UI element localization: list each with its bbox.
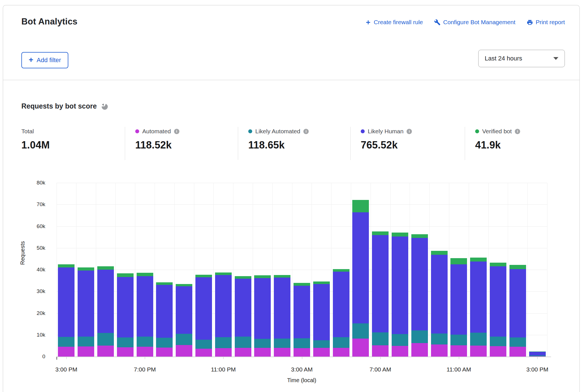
- bar-segment-likely-automated: [97, 333, 114, 346]
- bar-segment-likely-human: [529, 352, 546, 355]
- stat-label-row: Automatedi: [135, 128, 238, 135]
- stacked-bar[interactable]: [117, 273, 134, 357]
- bar-segment-likely-automated: [313, 340, 330, 348]
- bar-segment-verified-bot: [137, 273, 153, 276]
- bar-segment-automated: [235, 348, 251, 357]
- stacked-bar[interactable]: [195, 275, 212, 357]
- bar-segment-verified-bot: [294, 283, 310, 285]
- stats-row: Total1.04MAutomatedi118.52kLikely Automa…: [21, 127, 568, 160]
- info-icon[interactable]: i: [407, 129, 412, 134]
- info-icon[interactable]: i: [174, 129, 179, 134]
- stacked-bar[interactable]: [274, 275, 290, 357]
- bar-segment-likely-automated: [58, 337, 75, 347]
- bar-segment-automated: [97, 346, 114, 357]
- bar-segment-verified-bot: [372, 231, 389, 235]
- stacked-bar[interactable]: [215, 272, 232, 357]
- section-title: Requests by bot score: [21, 102, 108, 110]
- y-tick-label: 40k: [26, 267, 45, 273]
- info-icon[interactable]: i: [515, 129, 520, 134]
- stacked-bar[interactable]: [411, 234, 428, 357]
- stacked-bar[interactable]: [97, 266, 114, 357]
- plus-icon: [365, 19, 371, 25]
- stacked-bar[interactable]: [58, 264, 75, 357]
- stacked-bar[interactable]: [156, 282, 173, 357]
- bar-segment-automated: [352, 339, 369, 357]
- bar-segment-likely-human: [156, 285, 173, 338]
- bar-segment-likely-human: [78, 271, 94, 337]
- stat-label: Total: [21, 128, 34, 135]
- legend-dot-icon: [135, 129, 139, 133]
- bar-segment-automated: [215, 348, 232, 357]
- stat-label: Likely Automated: [255, 128, 300, 135]
- action-link-create-firewall-rule[interactable]: Create firewall rule: [365, 19, 423, 26]
- bar-segment-automated: [58, 347, 75, 357]
- stacked-bar[interactable]: [509, 265, 526, 357]
- x-tick-mark: [145, 357, 145, 359]
- bar-segment-likely-automated: [254, 339, 271, 348]
- action-link-print-report[interactable]: Print report: [527, 19, 565, 26]
- stat-label: Automated: [142, 128, 171, 135]
- stacked-bar[interactable]: [333, 269, 349, 357]
- stacked-bar[interactable]: [294, 283, 310, 357]
- bar-segment-verified-bot: [470, 258, 487, 262]
- bar-segment-automated: [78, 346, 94, 357]
- x-axis-zero-tick: [57, 357, 57, 360]
- info-icon[interactable]: i: [303, 129, 309, 134]
- stat-value: 118.52k: [135, 139, 238, 151]
- stacked-bar[interactable]: [470, 258, 487, 357]
- bar-segment-likely-human: [333, 272, 349, 337]
- stacked-bar[interactable]: [313, 281, 330, 357]
- stacked-bar[interactable]: [78, 267, 94, 357]
- bar-segment-likely-human: [97, 270, 114, 333]
- stacked-bar[interactable]: [176, 284, 192, 357]
- x-tick-label: 3:00 AM: [291, 366, 313, 373]
- bar-segment-likely-automated: [215, 337, 232, 348]
- x-tick-label: 3:00 PM: [55, 366, 77, 373]
- add-filter-button[interactable]: + Add filter: [21, 52, 68, 68]
- bar-segment-verified-bot: [313, 281, 330, 284]
- bar-segment-likely-human: [313, 284, 330, 340]
- stat-label-row: Verified boti: [475, 128, 520, 135]
- stacked-bar[interactable]: [490, 263, 506, 357]
- bar-segment-likely-automated: [137, 337, 153, 347]
- bar-segment-likely-human: [470, 262, 487, 333]
- bar-segment-likely-automated: [352, 323, 369, 339]
- bar-slot-4-00-am: [312, 183, 331, 357]
- stacked-bar[interactable]: [529, 352, 546, 357]
- bar-segment-likely-human: [176, 286, 192, 334]
- action-link-configure-bot-management[interactable]: Configure Bot Management: [434, 19, 515, 26]
- bar-segment-likely-human: [274, 278, 290, 339]
- page-title: Bot Analytics: [21, 17, 78, 27]
- stacked-bar[interactable]: [392, 233, 408, 357]
- bar-slot-5-00-pm: [96, 183, 116, 357]
- x-tick-mark: [302, 357, 302, 359]
- x-tick-mark: [380, 357, 381, 359]
- bar-segment-likely-human: [215, 275, 232, 337]
- stacked-bar[interactable]: [137, 273, 153, 357]
- stacked-bar[interactable]: [431, 251, 448, 357]
- bar-segment-automated: [411, 343, 428, 357]
- stacked-bar[interactable]: [254, 275, 271, 357]
- stacked-bar[interactable]: [235, 276, 251, 357]
- stat-label: Verified bot: [482, 128, 512, 135]
- bar-slot-3-00-pm: [527, 183, 547, 357]
- bar-segment-verified-bot: [235, 276, 251, 279]
- bar-segment-verified-bot: [411, 234, 428, 238]
- bar-segment-likely-human: [117, 277, 134, 338]
- bar-segment-likely-automated: [117, 337, 134, 347]
- stacked-bar[interactable]: [352, 200, 369, 357]
- bar-segment-likely-automated: [294, 338, 310, 348]
- y-tick-label: 80k: [26, 180, 45, 186]
- x-axis-line: [57, 357, 551, 357]
- header-divider: [3, 80, 579, 80]
- bar-slot-12-00-pm: [469, 183, 488, 357]
- time-range-select[interactable]: Last 24 hours: [478, 50, 565, 67]
- bar-slot-9-00-am: [410, 183, 429, 357]
- stat-label-row: Likely Humani: [361, 128, 465, 135]
- stat-total: Total1.04M: [21, 127, 125, 151]
- bot-analytics-card: Bot Analytics Create firewall ruleConfig…: [3, 5, 580, 392]
- bar-segment-automated: [392, 346, 408, 357]
- stacked-bar[interactable]: [450, 258, 467, 357]
- bar-segment-verified-bot: [333, 269, 349, 272]
- stacked-bar[interactable]: [372, 231, 389, 357]
